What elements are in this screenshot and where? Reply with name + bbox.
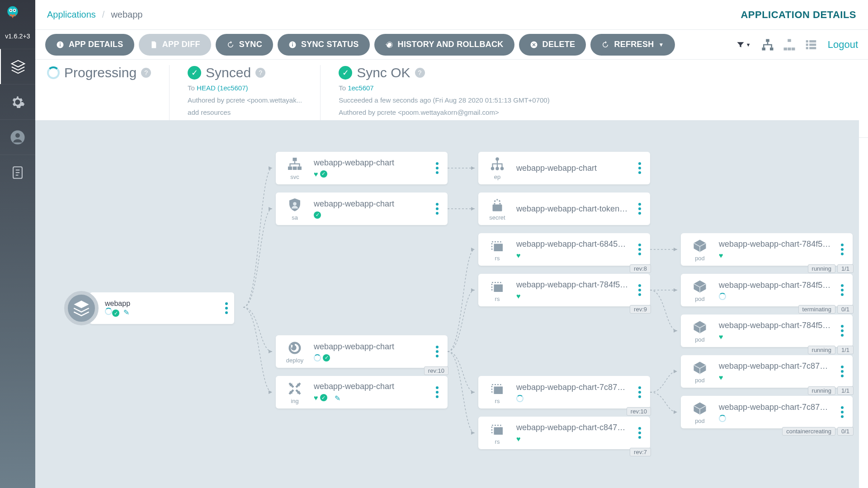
pod-tags: running1/1 [808,264,854,273]
kind-label: rs [495,255,500,262]
svg-rect-44 [493,204,502,211]
synced-icon: ✓ [320,170,327,178]
node-menu[interactable] [433,160,441,177]
sync-status-button[interactable]: SYNC STATUS [278,34,370,56]
main-area: Applications / webapp APPLICATION DETAIL… [35,0,868,488]
node-menu[interactable] [636,200,644,217]
filter-button[interactable]: ▼ [736,40,751,49]
version-label: v1.6.2+3 [5,33,30,40]
kind-label: pod [695,418,705,424]
svg-point-3 [10,10,12,11]
help-icon[interactable]: ? [255,68,265,78]
resource-node-pod3[interactable]: pod webapp-webapp-chart-784f55...♥ runni… [681,314,853,347]
node-name: webapp-webapp-chart [314,342,394,352]
node-menu[interactable] [838,282,846,299]
pod-tags: containercreating0/1 [782,427,854,436]
breadcrumb-row: Applications / webapp APPLICATION DETAIL… [35,0,868,30]
toolbar-right: ▼ Logout [736,38,858,52]
root-node[interactable]: webapp ✓ ✎ [64,291,234,325]
sync-button[interactable]: SYNC [216,34,273,56]
history-button[interactable]: HISTORY AND ROLLBACK [374,34,514,56]
progressing-title: Progressing [64,65,137,80]
resource-node-pod1[interactable]: pod webapp-webapp-chart-784f55...♥ runni… [681,233,853,266]
svg-point-40 [495,157,499,161]
node-menu[interactable] [838,404,846,421]
pods-view-icon[interactable] [783,38,796,52]
kind-label: svc [290,174,299,180]
synced-to-link[interactable]: HEAD (1ec5607) [197,84,248,92]
resource-node-rs2[interactable]: rs webapp-webapp-chart-784f55...♥ rev:9 [478,274,650,306]
resource-node-rs4[interactable]: rs webapp-webapp-chart-c8478d...♥ rev:7 [478,417,650,449]
app-details-label: APP DETAILS [69,40,123,49]
syncok-title: Sync OK [357,65,410,80]
node-menu[interactable] [636,241,644,258]
edit-icon[interactable]: ✎ [123,309,129,316]
revision-tag: rev:10 [424,366,448,375]
resource-node-deploy[interactable]: deploy webapp-webapp-chart✓ rev:10 [276,335,448,368]
node-menu[interactable] [838,322,846,339]
node-menu[interactable] [636,384,644,401]
node-menu[interactable] [838,363,846,380]
node-name: webapp-webapp-chart-token-9... [516,204,629,214]
resource-tree-canvas[interactable]: webapp ✓ ✎ svc webapp-webapp-chart♥✓ sa … [35,120,859,488]
node-menu[interactable] [433,343,441,360]
svg-marker-63 [674,248,677,251]
help-icon[interactable]: ? [141,68,151,78]
nav-settings[interactable] [0,84,35,119]
list-view-icon[interactable] [804,38,818,52]
heart-icon: ♥ [719,252,723,260]
svg-rect-27 [806,43,808,46]
app-details-button[interactable]: APP DETAILS [45,34,134,56]
kind-label: pod [695,255,705,262]
svg-rect-45 [494,244,503,251]
nav-docs[interactable] [0,155,35,190]
resource-node-svc[interactable]: svc webapp-webapp-chart♥✓ [276,152,448,184]
app-diff-button[interactable]: APP DIFF [139,34,211,56]
svg-marker-64 [674,288,677,292]
node-menu[interactable] [636,282,644,299]
svg-marker-56 [269,390,272,394]
kind-label: rs [495,438,500,445]
breadcrumb-root-link[interactable]: Applications [47,9,96,20]
syncok-to-prefix: To [339,84,348,92]
kind-label: secret [489,214,505,221]
help-icon[interactable]: ? [415,68,425,78]
node-menu[interactable] [636,424,644,441]
node-menu[interactable] [433,200,441,217]
svg-point-6 [15,133,20,137]
resource-node-pod5[interactable]: pod webapp-webapp-chart-7c8787... contai… [681,396,853,428]
nav-user[interactable] [0,119,35,155]
resource-node-ep[interactable]: ep webapp-webapp-chart [478,152,650,184]
nav-applications[interactable] [0,49,35,84]
delete-button[interactable]: DELETE [519,34,586,56]
node-menu[interactable] [433,384,441,401]
svg-point-42 [495,167,499,170]
svg-rect-21 [788,39,791,42]
resource-node-sa[interactable]: sa webapp-webapp-chart✓ [276,192,448,225]
syncok-to-link[interactable]: 1ec5607 [348,84,374,92]
pod-tags: running1/1 [808,386,854,395]
resource-node-pod2[interactable]: pod webapp-webapp-chart-784f55... termin… [681,274,853,306]
app-diff-label: APP DIFF [162,40,200,49]
resource-node-rs1[interactable]: rs webapp-webapp-chart-684576...♥ rev:8 [478,233,650,266]
resource-node-pod4[interactable]: pod webapp-webapp-chart-7c8787...♥ runni… [681,355,853,388]
progressing-icon [105,308,112,315]
node-name: webapp-webapp-chart-c8478d... [516,423,629,432]
svg-point-13 [60,42,61,43]
node-menu[interactable] [225,302,228,314]
node-menu[interactable] [636,160,644,177]
svg-rect-49 [494,386,503,394]
logout-link[interactable]: Logout [828,39,858,51]
svg-rect-47 [494,284,503,292]
pod-tags: running1/1 [808,346,854,354]
resource-node-secret[interactable]: secret webapp-webapp-chart-token-9... [478,192,650,225]
resource-node-ing[interactable]: ing webapp-webapp-chart♥✓ ✎ [276,376,448,408]
kind-label: ing [291,398,298,404]
node-name: webapp-webapp-chart-7c8787... [516,383,629,392]
tree-view-icon[interactable] [761,38,774,52]
edit-icon[interactable]: ✎ [335,394,340,403]
refresh-button[interactable]: REFRESH▼ [590,34,675,56]
page-title: APPLICATION DETAILS [741,9,856,21]
node-menu[interactable] [838,241,846,258]
resource-node-rs3[interactable]: rs webapp-webapp-chart-7c8787... rev:10 [478,376,650,408]
